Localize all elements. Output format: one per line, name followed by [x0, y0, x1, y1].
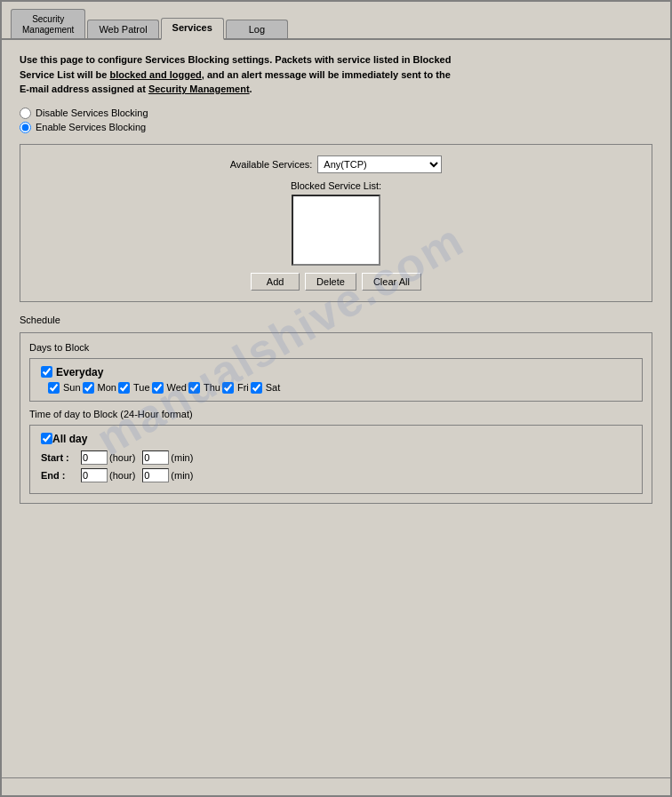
days-to-block-label: Days to Block	[29, 342, 643, 353]
tab-security-management[interactable]: Security Management	[11, 9, 85, 38]
days-inner: Everyday Sun Mon Tue Wed Thu Fri	[29, 358, 643, 402]
available-services-label: Available Services:	[230, 159, 313, 170]
radio-disable[interactable]: Disable Services Blocking	[20, 108, 652, 119]
checkbox-thu[interactable]	[188, 382, 200, 394]
available-services-row: Available Services: Any(TCP) Any(UDP) HT…	[31, 155, 641, 173]
clear-all-button[interactable]: Clear All	[362, 273, 421, 291]
content-area: Use this page to configure Services Bloc…	[2, 40, 670, 527]
schedule-title: Schedule	[20, 315, 652, 325]
start-time-row: Start : (hour) (min)	[41, 450, 631, 465]
allday-checkbox[interactable]	[41, 433, 52, 444]
start-label: Start :	[41, 452, 81, 463]
end-label: End :	[41, 470, 81, 481]
tab-log[interactable]: Log	[226, 20, 288, 38]
delete-button[interactable]: Delete	[305, 273, 356, 291]
schedule-box: Days to Block Everyday Sun Mon Tue Wed	[20, 332, 652, 504]
radio-enable[interactable]: Enable Services Blocking	[20, 122, 652, 133]
everyday-row[interactable]: Everyday	[41, 366, 631, 379]
services-config-section: Available Services: Any(TCP) Any(UDP) HT…	[20, 144, 652, 302]
start-hour-input[interactable]	[81, 450, 108, 465]
checkbox-wed[interactable]	[152, 382, 164, 394]
action-buttons: Add Delete Clear All	[31, 273, 641, 291]
everyday-checkbox[interactable]	[41, 366, 52, 378]
day-checkboxes-row: Sun Mon Tue Wed Thu Fri Sat	[48, 382, 631, 394]
checkbox-fri[interactable]	[222, 382, 234, 394]
end-min-input[interactable]	[142, 468, 169, 482]
tab-services[interactable]: Services	[161, 18, 224, 40]
blocked-service-list[interactable]	[292, 195, 380, 266]
radio-enable-input[interactable]	[20, 122, 31, 133]
blocked-list-label: Blocked Service List:	[31, 180, 641, 191]
checkbox-sun[interactable]	[48, 382, 60, 394]
description: Use this page to configure Services Bloc…	[20, 52, 652, 97]
bottom-border	[2, 777, 670, 795]
checkbox-mon[interactable]	[83, 382, 94, 394]
allday-row[interactable]: All day	[41, 433, 631, 445]
checkbox-tue[interactable]	[118, 382, 130, 394]
add-button[interactable]: Add	[251, 273, 300, 291]
checkbox-sat[interactable]	[251, 382, 262, 394]
radio-disable-input[interactable]	[20, 108, 31, 119]
end-hour-input[interactable]	[81, 468, 108, 482]
radio-group: Disable Services Blocking Enable Service…	[20, 108, 652, 133]
time-box: All day Start : (hour) (min) End : (hour…	[29, 425, 643, 494]
tab-bar: Security Management Web Patrol Services …	[2, 2, 670, 40]
start-min-input[interactable]	[142, 450, 169, 465]
tab-web-patrol[interactable]: Web Patrol	[87, 20, 158, 38]
available-services-select[interactable]: Any(TCP) Any(UDP) HTTP FTP SMTP POP3 TEL…	[317, 155, 442, 173]
time-of-day-label: Time of day to Block (24-Hour format)	[29, 409, 643, 419]
end-time-row: End : (hour) (min)	[41, 468, 631, 482]
